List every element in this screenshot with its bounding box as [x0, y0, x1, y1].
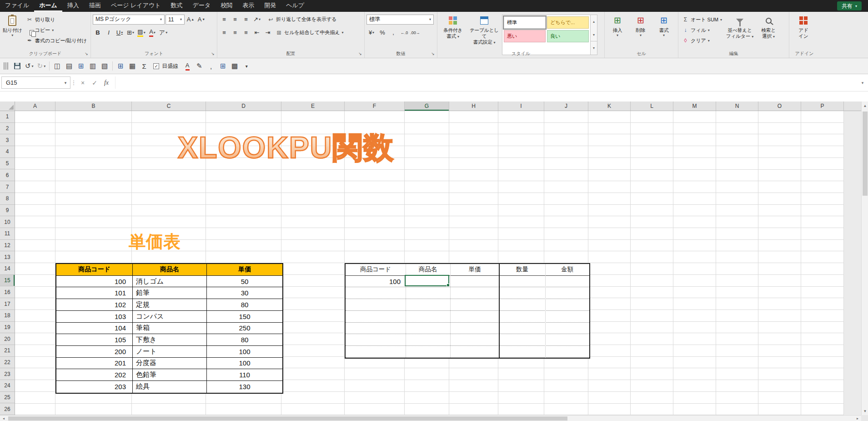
column-header-D[interactable]: D	[206, 101, 281, 111]
lookup-table-header-cell[interactable]: 単価	[450, 264, 499, 275]
lookup-table-cell[interactable]	[545, 311, 589, 322]
price-table-cell[interactable]: 201	[56, 358, 133, 370]
lookup-table-cell[interactable]	[346, 334, 406, 345]
scroll-up-button[interactable]: ▲	[862, 101, 868, 110]
orientation-button[interactable]: ↗▾	[252, 15, 262, 25]
number-dialog-launcher[interactable]: ↘	[430, 51, 436, 56]
cell-style-option[interactable]: どちらで...	[547, 16, 589, 29]
price-table-cell[interactable]: 分度器	[133, 358, 207, 370]
lookup-table-cell[interactable]: 100	[346, 276, 406, 287]
clear-button[interactable]: ◊クリア ▾	[680, 36, 724, 46]
lookup-table-cell[interactable]	[499, 276, 545, 287]
lookup-table-cell[interactable]	[450, 299, 499, 310]
lookup-table-cell[interactable]	[450, 334, 499, 345]
increase-indent-button[interactable]: ⇥	[263, 28, 273, 38]
price-table-cell[interactable]: 105	[56, 334, 133, 346]
column-header-B[interactable]: B	[55, 101, 132, 111]
column-header-A[interactable]: A	[15, 101, 55, 111]
save-button[interactable]	[12, 60, 23, 72]
price-table-cell[interactable]: 100	[207, 358, 282, 370]
price-table-cell[interactable]: 80	[207, 334, 282, 346]
price-table-cell[interactable]: 80	[207, 299, 282, 311]
menu-tab-描画[interactable]: 描画	[84, 0, 106, 12]
conditional-formatting-button[interactable]: 条件付き 書式 ▾	[439, 14, 467, 51]
underline-button[interactable]: U▾	[115, 28, 125, 38]
menu-tab-数式[interactable]: 数式	[166, 0, 188, 12]
price-table-cell[interactable]: 203	[56, 381, 133, 393]
menu-tab-ファイル[interactable]: ファイル	[0, 0, 34, 12]
lookup-table-cell[interactable]	[499, 311, 545, 322]
copy-button[interactable]: コピー ▾	[25, 25, 89, 35]
menu-tab-挿入[interactable]: 挿入	[62, 0, 84, 12]
price-table-cell[interactable]: 30	[207, 287, 282, 299]
font-color-button[interactable]: A▾	[147, 28, 157, 38]
lookup-table-cell[interactable]	[346, 299, 406, 310]
pen-button[interactable]: ✎	[194, 60, 205, 72]
lookup-table-cell[interactable]	[545, 276, 589, 287]
font-size-select[interactable]: 11▾	[166, 15, 185, 25]
borders-button[interactable]: ⊞▾	[125, 28, 135, 38]
price-table-header-cell[interactable]: 単価	[207, 264, 282, 276]
lookup-table-cell[interactable]	[450, 346, 499, 357]
lookup-table-cell[interactable]	[406, 334, 450, 345]
lookup-table-cell[interactable]	[545, 287, 589, 299]
autosum-button[interactable]: Σオート SUM ▾	[680, 15, 724, 25]
price-table-cell[interactable]: 130	[207, 381, 282, 393]
price-table-cell[interactable]: 104	[56, 323, 133, 335]
lookup-table-cell[interactable]	[545, 346, 589, 357]
lookup-table-cell[interactable]	[450, 276, 499, 287]
cell-style-option[interactable]: 良い	[547, 30, 589, 42]
row-header-23[interactable]: 23	[0, 368, 15, 380]
price-table-cell[interactable]: 50	[207, 276, 282, 288]
row-header-14[interactable]: 14	[0, 263, 15, 275]
merge-center-button[interactable]: ⊞ セルを結合して中央揃え ▾	[274, 28, 346, 38]
price-table-cell[interactable]: 150	[207, 311, 282, 323]
row-header-20[interactable]: 20	[0, 333, 15, 345]
menu-tab-ページ レイアウト[interactable]: ページ レイアウト	[106, 0, 166, 12]
lookup-table-cell[interactable]	[545, 299, 589, 310]
format-painter-button[interactable]: ✒書式のコピー/貼り付け	[25, 36, 89, 46]
menu-tab-データ[interactable]: データ	[188, 0, 216, 12]
gridlines-toggle[interactable]: ✓ 目盛線	[151, 60, 181, 72]
selected-cell-G15[interactable]	[405, 275, 449, 287]
phonetic-guide-button[interactable]: ア▾	[158, 28, 168, 38]
row-header-19[interactable]: 19	[0, 322, 15, 334]
row-header-7[interactable]: 7	[0, 181, 15, 193]
cell-style-option[interactable]: 悪い	[504, 30, 546, 42]
lookup-table-cell[interactable]	[499, 346, 545, 357]
menu-tab-表示[interactable]: 表示	[237, 0, 259, 12]
table-grid-button[interactable]: ▩	[229, 60, 240, 72]
toolbar-overflow-button[interactable]: ▾	[241, 60, 252, 72]
vertical-scrollbar[interactable]: ▲ ▼	[861, 101, 868, 415]
row-header-26[interactable]: 26	[0, 404, 15, 416]
column-header-O[interactable]: O	[758, 101, 801, 111]
price-table-cell[interactable]: 103	[56, 311, 133, 323]
column-header-K[interactable]: K	[588, 101, 631, 111]
alignment-dialog-launcher[interactable]: ↘	[357, 51, 363, 56]
horizontal-scroll-thumb[interactable]	[8, 416, 567, 421]
align-left-button[interactable]: ≡	[219, 28, 229, 38]
decrease-font-size-button[interactable]: A▼	[196, 15, 206, 25]
cut-button[interactable]: ✂切り取り	[25, 15, 89, 25]
scroll-down-button[interactable]: ▼	[862, 407, 868, 415]
bold-button[interactable]: B	[93, 28, 103, 38]
scroll-right-button[interactable]: ▸	[854, 416, 861, 421]
price-table-cell[interactable]: 110	[207, 369, 282, 381]
align-right-button[interactable]: ≡	[241, 28, 251, 38]
row-header-11[interactable]: 11	[0, 228, 15, 240]
lookup-table-cell[interactable]	[406, 311, 450, 322]
price-table-cell[interactable]: 消しゴム	[133, 276, 207, 288]
price-table-cell[interactable]: 202	[56, 369, 133, 381]
price-table-cell[interactable]: 101	[56, 287, 133, 299]
column-header-L[interactable]: L	[631, 101, 673, 111]
price-table-cell[interactable]: 200	[56, 346, 133, 358]
lookup-table-cell[interactable]	[346, 346, 406, 357]
lookup-table-cell[interactable]	[545, 334, 589, 345]
lookup-table-header-cell[interactable]: 商品コード	[346, 264, 406, 275]
wordart-title[interactable]: XLOOKPU関数	[178, 127, 394, 168]
column-header-P[interactable]: P	[801, 101, 844, 111]
lookup-table-cell[interactable]	[499, 323, 545, 334]
column-header-I[interactable]: I	[498, 101, 544, 111]
row-header-13[interactable]: 13	[0, 251, 15, 263]
percent-style-button[interactable]: %	[377, 28, 387, 38]
